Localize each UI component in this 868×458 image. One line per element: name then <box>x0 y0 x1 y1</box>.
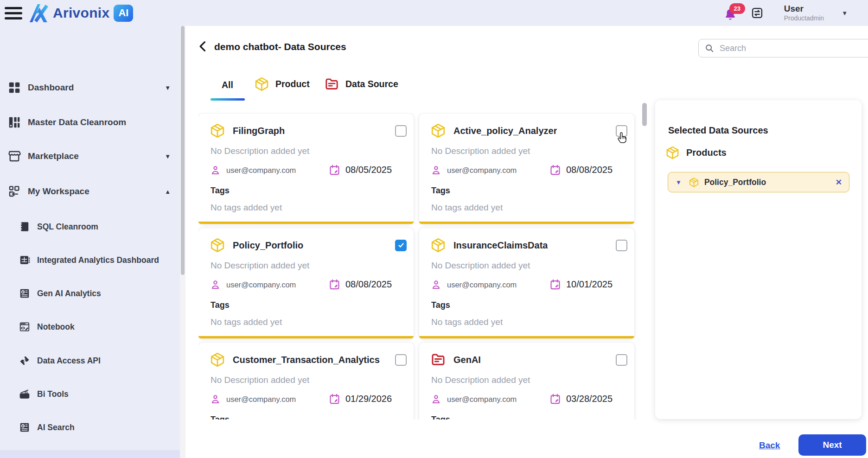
hamburger-menu-icon[interactable] <box>5 6 23 20</box>
user-role: Productadmin <box>784 15 824 22</box>
switch-workspace-icon[interactable] <box>751 6 764 19</box>
selected-item-label: Policy_Portfolio <box>704 178 766 187</box>
tags-label: Tags <box>431 415 450 420</box>
products-group-label: Products <box>686 147 727 158</box>
sidebar-item-integrated-analytics-dashboard[interactable]: Integrated Analytics Dashboard <box>19 249 171 271</box>
sidebar-item-dashboard[interactable]: Dashboard ▼ <box>7 77 171 98</box>
calendar-edit-icon <box>549 164 562 176</box>
tab-product[interactable]: Product <box>254 76 310 92</box>
data-sources-list: FilingGraph No Description added yet use… <box>198 113 639 420</box>
brand-ai-badge: AI <box>114 5 133 22</box>
person-icon <box>210 279 221 291</box>
card-checkbox[interactable] <box>616 125 627 137</box>
sidebar-item-sql-cleanroom[interactable]: SQL Cleanroom <box>19 216 171 237</box>
card-customer-transaction-analytics[interactable]: Customer_Transaction_Analytics No Descri… <box>198 343 414 420</box>
card-checkbox[interactable] <box>395 354 407 366</box>
products-group-header: Products <box>665 146 727 160</box>
card-description: No Description added yet <box>431 261 530 271</box>
cards-scrollbar-thumb[interactable] <box>642 103 647 126</box>
package-icon <box>210 237 225 253</box>
calendar-edit-icon <box>549 278 562 291</box>
card-accent-bar <box>198 336 414 338</box>
sidebar: Dashboard ▼ Master Data Cleanroom Market… <box>0 26 185 458</box>
topbar: Arivonix AI 23 User Productadmin ▼ <box>0 0 868 26</box>
user-menu[interactable]: User Productadmin <box>784 4 824 22</box>
sidebar-item-ai-search[interactable]: AI Search <box>19 417 171 438</box>
card-checkbox-checked[interactable] <box>395 240 407 251</box>
tags-empty: No tags added yet <box>431 203 503 213</box>
card-insuranceclaimsdata[interactable]: InsuranceClaimsData No Description added… <box>419 228 634 338</box>
person-icon <box>210 165 221 176</box>
tags-label: Tags <box>211 300 230 310</box>
integrated-analytics-dashboard-icon <box>19 254 31 266</box>
sidebar-item-bi-tools[interactable]: Bi Tools <box>19 383 171 405</box>
next-button[interactable]: Next <box>798 434 866 456</box>
card-genai[interactable]: GenAI No Description added yet user@comp… <box>419 343 634 420</box>
master-data-cleanroom-icon <box>7 115 21 129</box>
tab-data-source[interactable]: Data Source <box>324 76 398 92</box>
sidebar-item-data-access-api[interactable]: Data Access API <box>19 350 171 371</box>
package-icon <box>254 76 269 92</box>
brand-name: Arivonix <box>53 5 109 21</box>
active-tab-underline <box>211 98 245 101</box>
search-input[interactable] <box>719 43 855 54</box>
tags-label: Tags <box>211 186 230 196</box>
card-description: No Description added yet <box>211 375 309 385</box>
card-title: FilingGraph <box>233 126 285 136</box>
tags-label: Tags <box>431 186 450 196</box>
calendar-edit-icon <box>328 278 341 291</box>
tags-empty: No tags added yet <box>211 317 282 327</box>
card-title: Policy_Portfolio <box>233 240 303 251</box>
sidebar-item-gen-ai-analytics[interactable]: Gen AI Analytics <box>19 283 171 304</box>
card-active-policy-analyzer[interactable]: Active_policy_Analyzer No Description ad… <box>419 114 634 224</box>
sidebar-item-my-workspace[interactable]: My Workspace ▲ <box>7 181 171 202</box>
person-icon <box>210 394 221 405</box>
tab-all[interactable]: All <box>222 80 233 90</box>
package-icon <box>689 177 699 188</box>
my-workspace-icon <box>7 184 21 198</box>
sidebar-item-notebook[interactable]: Notebook <box>19 316 171 337</box>
tags-empty: No tags added yet <box>431 317 503 327</box>
calendar-edit-icon <box>549 393 562 405</box>
card-title: Active_policy_Analyzer <box>453 126 557 136</box>
card-date: 01/29/2026 <box>345 394 392 404</box>
card-title: Customer_Transaction_Analytics <box>233 355 380 365</box>
back-arrow-icon[interactable] <box>197 40 210 53</box>
panel-title: Selected Data Sources <box>668 125 768 136</box>
card-owner: user@company.com <box>447 166 517 175</box>
search-box[interactable] <box>698 39 868 57</box>
card-filinggraph[interactable]: FilingGraph No Description added yet use… <box>198 114 414 224</box>
card-owner: user@company.com <box>447 395 517 404</box>
tags-label: Tags <box>431 300 450 310</box>
card-checkbox[interactable] <box>616 240 627 251</box>
card-checkbox[interactable] <box>395 125 407 137</box>
sidebar-scrollbar-thumb[interactable] <box>181 26 185 275</box>
sidebar-item-master-data-cleanroom[interactable]: Master Data Cleanroom <box>7 112 171 133</box>
caret-down-icon[interactable]: ▼ <box>676 179 682 186</box>
card-owner: user@company.com <box>226 280 296 289</box>
user-caret-down-icon[interactable]: ▼ <box>842 10 848 17</box>
dashboard-icon <box>7 81 21 95</box>
sidebar-item-marketplace[interactable]: Marketplace ▼ <box>7 146 171 167</box>
card-date: 08/08/2025 <box>566 165 613 175</box>
brand-logo[interactable]: Arivonix AI <box>27 3 133 23</box>
person-icon <box>430 279 442 291</box>
card-owner: user@company.com <box>447 280 517 289</box>
selected-item-policy-portfolio[interactable]: ▼ Policy_Portfolio ✕ <box>668 172 849 192</box>
back-button[interactable]: Back <box>759 440 780 451</box>
remove-icon[interactable]: ✕ <box>836 178 842 187</box>
card-title: InsuranceClaimsData <box>453 240 548 251</box>
chevron-up-icon: ▲ <box>165 188 171 195</box>
notebook-icon <box>19 321 31 333</box>
card-description: No Description added yet <box>211 146 309 156</box>
card-owner: user@company.com <box>226 166 296 175</box>
card-title: GenAI <box>453 355 481 365</box>
folder-icon <box>430 352 446 368</box>
chevron-down-icon: ▼ <box>165 84 171 91</box>
notifications-button[interactable]: 23 <box>723 5 739 21</box>
card-policy-portfolio[interactable]: Policy_Portfolio No Description added ye… <box>198 228 414 338</box>
card-date: 08/05/2025 <box>345 165 392 175</box>
card-owner: user@company.com <box>226 395 296 404</box>
card-description: No Description added yet <box>211 261 309 271</box>
card-checkbox[interactable] <box>616 354 627 366</box>
